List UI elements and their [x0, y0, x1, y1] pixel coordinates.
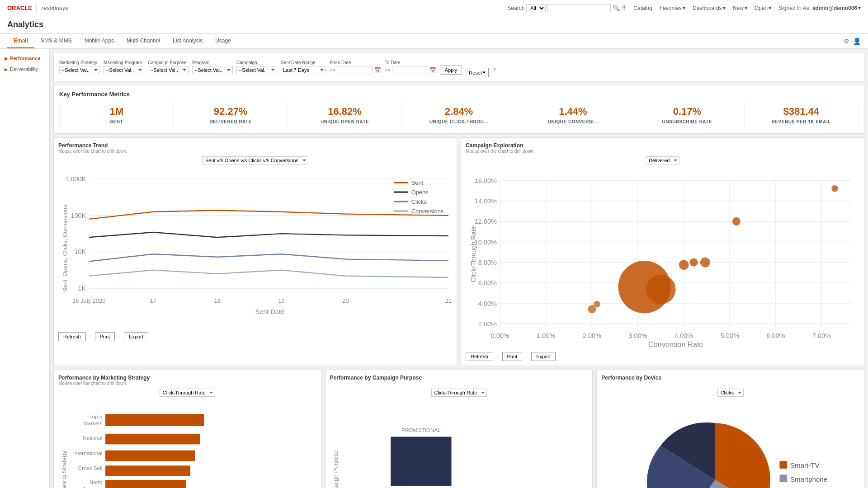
sidebar-performance-label: Performance — [10, 56, 40, 61]
kpi-click-thru-value: 2.84% — [407, 106, 510, 117]
apply-button[interactable]: Apply — [440, 66, 462, 75]
perf-by-device-chart: Smart-TV Smartphone Desktop Mobile — [601, 400, 859, 488]
filter-from-date-label: From Date — [330, 60, 381, 65]
filter-to-date-input[interactable] — [392, 66, 428, 74]
perf-by-strategy-panel: Performance by Marketing Strategy Mouse … — [53, 370, 321, 488]
svg-text:1.00%: 1.00% — [537, 332, 555, 339]
tab-usage[interactable]: Usage — [209, 34, 237, 48]
reset-button[interactable]: Reset ▾ — [466, 68, 489, 77]
svg-rect-74 — [105, 450, 195, 461]
filter-sent-date-range-select[interactable]: Last 7 Days — [281, 66, 326, 74]
filter-program-label: Program — [192, 60, 233, 65]
performance-trend-dropdown[interactable]: Sent v/s Opens v/s Clicks v/s Conversion… — [202, 156, 308, 164]
search-input[interactable] — [547, 4, 611, 12]
tabs-bar: Email SMS & MMS Mobile Apps Multi-Channe… — [0, 34, 868, 49]
svg-rect-76 — [105, 466, 190, 476]
kpi-sent-label: SENT — [65, 119, 168, 124]
svg-text:Marketing Strategy: Marketing Strategy — [61, 450, 67, 488]
filter-marketing-strategy-select[interactable]: --Select Val.. — [59, 66, 100, 74]
filter-campaign: Campaign --Select Val.. — [236, 60, 277, 74]
perf-by-device-dropdown[interactable]: Clicks — [717, 389, 744, 397]
settings-icon[interactable]: ⚙ — [844, 38, 849, 45]
filter-to-date-label: To Date — [385, 60, 436, 65]
oracle-logo: ORACLE — [7, 5, 32, 11]
perf-by-device-title: Performance by Device — [601, 375, 859, 381]
sidebar-item-deliverability[interactable]: ▶ Deliverability — [0, 64, 49, 75]
perf-by-campaign-title: Performance by Campaign Purpose — [330, 375, 588, 381]
filter-campaign-label: Campaign — [236, 60, 277, 65]
dashboards-nav[interactable]: Dashboards ▾ — [693, 5, 726, 11]
svg-text:14.00%: 14.00% — [475, 197, 497, 205]
performance-trend-refresh[interactable]: Refresh — [58, 332, 86, 341]
filter-to-date: To Date <= 📅 — [385, 60, 436, 74]
help-icon[interactable]: ? — [492, 66, 496, 74]
svg-text:Cross Sell: Cross Sell — [78, 465, 102, 471]
campaign-exploration-dropdown[interactable]: Delivered — [646, 156, 679, 164]
user-icon[interactable]: 👤 — [853, 38, 861, 45]
svg-point-63 — [689, 258, 698, 267]
svg-rect-87 — [391, 437, 451, 486]
calendar-icon[interactable]: 📅 — [374, 67, 381, 73]
reset-label: Reset — [469, 70, 482, 75]
tab-mobile-apps[interactable]: Mobile Apps — [78, 34, 120, 48]
svg-text:PROMOTIONAL: PROMOTIONAL — [401, 427, 441, 433]
kpi-revenue: $381.44 REVENUE PER 1K EMAIL — [745, 102, 859, 128]
kpi-revenue-label: REVENUE PER 1K EMAIL — [750, 119, 853, 124]
filter-campaign-select[interactable]: --Select Val.. — [236, 66, 277, 74]
campaign-exploration-print[interactable]: Print — [502, 352, 523, 361]
perf-by-device-controls: Clicks — [601, 389, 859, 397]
campaign-exploration-footer: Refresh - Print - Export — [466, 352, 859, 361]
sep1: - — [90, 333, 91, 340]
tab-multi-channel[interactable]: Multi-Channel — [120, 34, 166, 48]
kpi-sent-value: 1M — [65, 106, 168, 117]
campaign-exploration-refresh[interactable]: Refresh — [466, 352, 493, 361]
perf-by-strategy-dropdown[interactable]: Click-Through Rate — [160, 389, 215, 397]
kpi-unsub-label: UNSUBSCRIBE RATE — [636, 119, 738, 124]
svg-point-65 — [732, 217, 741, 225]
performance-trend-export[interactable]: Export — [124, 332, 148, 341]
filter-marketing-program-select[interactable]: --Select Val.. — [104, 66, 144, 74]
catalog-nav[interactable]: Catalog — [633, 5, 652, 11]
campaign-exploration-subtitle: Mouse over the chart to drill down. — [466, 149, 859, 154]
search-scope-select[interactable]: All — [526, 4, 546, 12]
svg-text:Campaign Purpose: Campaign Purpose — [332, 450, 339, 488]
perf-by-campaign-dropdown[interactable]: Click-Through Rate — [431, 389, 487, 397]
filter-program-select[interactable]: --Select Val.. — [192, 66, 233, 74]
performance-trend-print[interactable]: Print — [95, 332, 115, 341]
svg-rect-70 — [105, 414, 204, 426]
svg-text:1,000K: 1,000K — [65, 175, 86, 183]
filter-campaign-purpose: Campaign Purpose --Select Val.. — [148, 60, 189, 74]
open-nav[interactable]: Open ▾ — [755, 5, 771, 11]
calendar-icon-2[interactable]: 📅 — [429, 67, 436, 73]
svg-text:International: International — [73, 450, 103, 456]
svg-rect-92 — [780, 475, 788, 483]
filter-from-date-input[interactable] — [337, 66, 373, 74]
search-area: Search All 🔍 ⠿ — [507, 4, 626, 12]
filter-campaign-purpose-select[interactable]: --Select Val.. — [148, 66, 189, 74]
svg-text:Opens: Opens — [411, 189, 429, 196]
svg-text:Top 5: Top 5 — [90, 413, 103, 419]
responsys-logo: responsys — [42, 5, 68, 11]
svg-text:12.00%: 12.00% — [475, 218, 497, 225]
perf-by-campaign-chart: Campaign Purpose PROMOTIONAL TRANSACTION… — [330, 400, 588, 488]
kpi-unsub-value: 0.17% — [636, 106, 738, 117]
svg-text:Conversions: Conversions — [411, 208, 444, 215]
filter-sent-date-range-label: Sent Date Range — [281, 60, 326, 65]
tab-sms-mms[interactable]: SMS & MMS — [34, 34, 78, 48]
kpi-delivered-label: DELIVERED RATE — [179, 119, 282, 124]
favorites-nav[interactable]: Favorites ▾ — [660, 5, 685, 11]
campaign-exploration-export[interactable]: Export — [531, 352, 556, 361]
search-button[interactable]: 🔍 — [613, 5, 620, 11]
svg-text:10K: 10K — [74, 248, 86, 255]
new-nav[interactable]: New ▾ — [733, 5, 747, 11]
sidebar: ▶ Performance ▶ Deliverability — [0, 49, 50, 488]
svg-text:4.00%: 4.00% — [478, 300, 497, 307]
tab-list-analysis[interactable]: List Analysis — [166, 34, 209, 48]
arrow-icon: ▶ — [5, 56, 8, 61]
svg-point-61 — [594, 301, 600, 308]
sidebar-item-performance[interactable]: ▶ Performance — [0, 53, 49, 64]
tab-email[interactable]: Email — [7, 34, 34, 48]
kpi-click-thru: 2.84% UNIQUE CLICK-THROU... — [402, 102, 516, 128]
svg-text:17: 17 — [150, 297, 156, 304]
reset-group: Reset ▾ — [466, 62, 489, 77]
